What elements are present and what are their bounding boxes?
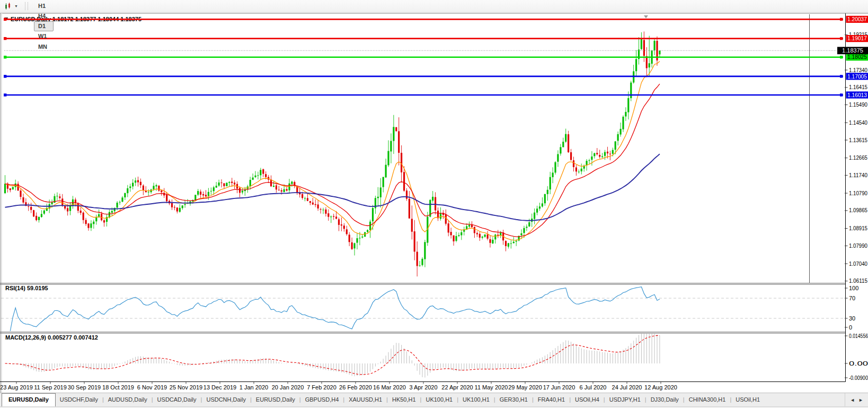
- hline-handle-left[interactable]: [4, 93, 6, 96]
- timeframe-buttons: M1M5M15M30H1H4D1W1MN: [33, 0, 55, 52]
- hline-price-label: 1.16013: [847, 92, 867, 98]
- hline-price-label: 1.18025: [847, 54, 867, 60]
- date-label: 29 May 2020: [508, 384, 542, 390]
- hline-handle-left[interactable]: [4, 75, 6, 77]
- date-label: 18 Oct 2019: [102, 384, 134, 390]
- macd-tick-label: 0.014556: [849, 333, 868, 339]
- date-label: 11 May 2020: [475, 384, 508, 390]
- chart-tab-5[interactable]: EURUSD,Daily: [252, 393, 299, 407]
- chart-tab-9[interactable]: UK100,H1: [421, 393, 457, 407]
- chart-tabs: EURUSD,DailyUSDCHF,Daily|AUDUSD,Daily|US…: [0, 393, 845, 407]
- macd-label: MACD(12,26,9) 0.005277 0.007412: [5, 334, 98, 341]
- toolbar: ▼ M1M5M15M30H1H4D1W1MN: [0, 0, 868, 13]
- chart-tab-16[interactable]: CHINA300,H1: [685, 393, 730, 407]
- date-label: 30 Sep 2019: [68, 384, 101, 390]
- timeframe-button-h1[interactable]: H1: [34, 1, 54, 11]
- hline-handle-left[interactable]: [4, 18, 6, 21]
- chart-tab-0[interactable]: EURUSD,Daily: [2, 393, 56, 407]
- price-tick-label: 1.09865: [849, 207, 867, 213]
- date-label: 12 Aug 2020: [644, 384, 677, 390]
- tab-scroll-left-button[interactable]: ◄: [850, 397, 855, 403]
- chart-background: [0, 12, 868, 393]
- date-label: 6 Jul 2020: [580, 384, 607, 390]
- chart-tab-4[interactable]: USDCNH,Daily: [202, 393, 250, 407]
- chart-tab-10[interactable]: UK100,H1: [458, 393, 494, 407]
- date-label: 6 Nov 2019: [137, 384, 167, 390]
- rsi-tick-label: 70: [849, 295, 855, 301]
- price-tick-label: 1.17340: [849, 67, 867, 73]
- hline-price-label: 1.20037: [847, 16, 867, 22]
- date-label: 16 Mar 2020: [373, 384, 406, 390]
- price-tick-label: 1.15490: [849, 101, 867, 108]
- hline-handle-right[interactable]: [840, 75, 843, 77]
- timeframe-button-w1[interactable]: W1: [34, 31, 54, 41]
- chart-tab-8[interactable]: HK50,H1: [388, 393, 420, 407]
- hline-handle-left[interactable]: [4, 56, 6, 58]
- date-label: 24 Jul 2020: [612, 384, 642, 390]
- price-tick-label: 1.14540: [849, 119, 867, 126]
- price-tick-label: 1.11740: [849, 172, 867, 178]
- date-label: 7 Feb 2020: [307, 384, 336, 390]
- rsi-tick-label: 30: [849, 315, 855, 322]
- hline-price-label: 1.19017: [847, 35, 867, 41]
- tab-scroll-arrows: ◄ ►: [845, 393, 868, 407]
- chart-tab-13[interactable]: USOil,H4: [571, 393, 604, 407]
- timeframe-button-h4[interactable]: H4: [34, 11, 54, 21]
- price-tick-label: 1.07040: [849, 261, 867, 267]
- tab-scroll-right-button[interactable]: ►: [858, 397, 863, 403]
- chart-type-button[interactable]: ▼: [2, 2, 20, 11]
- date-label: 3 Apr 2020: [409, 384, 437, 390]
- hline-handle-right[interactable]: [840, 37, 843, 40]
- date-label: 11 Sep 2019: [34, 384, 67, 390]
- chart-tab-14[interactable]: USDJPY,H1: [605, 393, 645, 407]
- price-tick-label: 1.08915: [849, 225, 867, 231]
- price-tick-label: 1.06115: [849, 277, 867, 284]
- current-price-label: 1.18375: [842, 47, 863, 54]
- chart-tab-6[interactable]: GBPUSD,H4: [301, 393, 343, 407]
- timeframe-button-mn[interactable]: MN: [34, 42, 54, 52]
- price-tick-label: 1.13615: [849, 137, 867, 143]
- date-label: 13 Dec 2019: [203, 384, 236, 390]
- hline-handle-right[interactable]: [840, 56, 843, 58]
- rsi-tick-label: 0: [849, 324, 852, 331]
- toolbar-grip[interactable]: [25, 2, 28, 10]
- macd-tick-label: -0.00900: [849, 375, 868, 381]
- price-tick-label: 1.12665: [849, 154, 867, 161]
- chart-tab-12[interactable]: FRA40,H1: [534, 393, 569, 407]
- chart-tab-3[interactable]: USDCAD,Daily: [153, 393, 201, 407]
- date-label: 23 Aug 2019: [0, 384, 33, 390]
- date-label: 1 Jan 2020: [240, 384, 268, 390]
- chart-tab-15[interactable]: DJ30,Daily: [646, 393, 683, 407]
- chart-tab-bar: EURUSD,DailyUSDCHF,Daily|AUDUSD,Daily|US…: [0, 393, 868, 407]
- chart-window[interactable]: EURUSD,Daily 1.18172 1.18377 1.18044 1.1…: [0, 12, 868, 393]
- date-label: 20 Jan 2020: [272, 384, 304, 390]
- date-label: 17 Jun 2020: [543, 384, 575, 390]
- date-label: 25 Nov 2019: [170, 384, 202, 390]
- candlestick-chart-icon: [4, 3, 13, 10]
- price-tick-label: 1.07990: [849, 242, 867, 249]
- chart-tab-2[interactable]: AUDUSD,Daily: [104, 393, 152, 407]
- hline-handle-right[interactable]: [840, 18, 843, 21]
- chart-canvas[interactable]: EURUSD,Daily 1.18172 1.18377 1.18044 1.1…: [0, 12, 868, 393]
- date-label: 22 Apr 2020: [441, 384, 473, 390]
- hline-handle-left[interactable]: [4, 37, 6, 40]
- price-tick-label: 1.16415: [849, 84, 867, 90]
- rsi-label: RSI(14) 59.0195: [5, 285, 48, 291]
- hline-handle-right[interactable]: [840, 93, 843, 96]
- chart-tab-7[interactable]: XAUUSD,H1: [344, 393, 386, 407]
- chart-tab-17[interactable]: USOil,H1: [731, 393, 764, 407]
- rsi-tick-label: 100: [849, 285, 858, 291]
- timeframe-button-d1[interactable]: D1: [34, 21, 54, 31]
- chevron-down-icon: ▼: [14, 4, 18, 8]
- date-label: 26 Feb 2020: [339, 384, 372, 390]
- price-tick-label: 1.10790: [849, 190, 867, 196]
- chart-tab-11[interactable]: GER30,H1: [495, 393, 532, 407]
- macd-tick-label: 0.00: [849, 360, 868, 367]
- hline-price-label: 1.17005: [847, 73, 867, 80]
- chart-tab-1[interactable]: USDCHF,Daily: [56, 393, 102, 407]
